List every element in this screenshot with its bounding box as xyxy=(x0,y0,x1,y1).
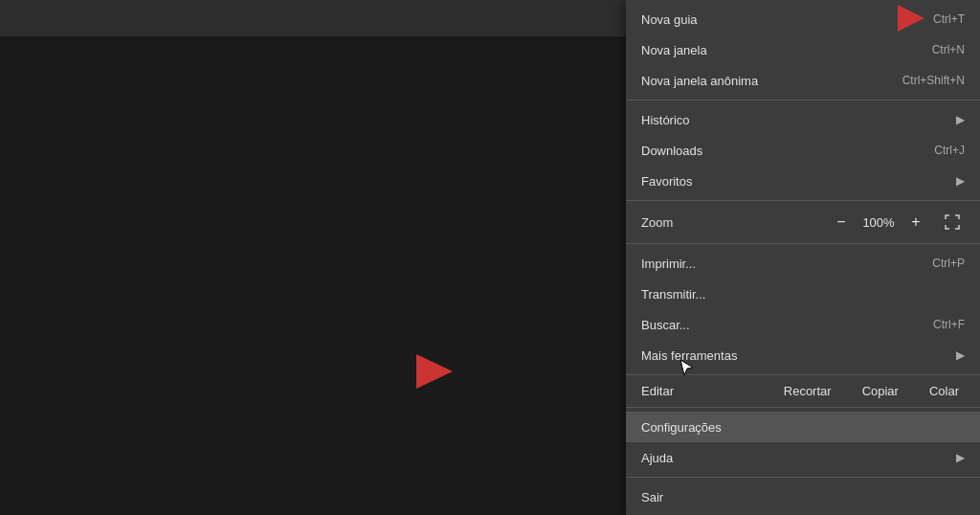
dropdown-menu: Nova guia Ctrl+T Nova janela Ctrl+N Nova… xyxy=(626,0,980,515)
menu-item-sair[interactable]: Sair xyxy=(626,481,980,512)
mais-ferramentas-arrow: ▶ xyxy=(956,348,965,362)
mais-ferramentas-label: Mais ferramentas xyxy=(641,348,737,363)
editar-label: Editar xyxy=(634,384,767,398)
arrow-top-indicator xyxy=(898,5,924,32)
favoritos-arrow: ▶ xyxy=(956,174,965,188)
copiar-button[interactable]: Copiar xyxy=(849,379,912,403)
menu-section-settings: Configurações Ajuda ▶ xyxy=(626,408,980,478)
nova-guia-label: Nova guia xyxy=(641,12,698,27)
menu-section-tools: Imprimir... Ctrl+P Transmitir... Buscar.… xyxy=(626,244,980,375)
zoom-value: 100% xyxy=(861,215,896,230)
menu-section-zoom: Zoom − 100% + xyxy=(626,201,980,244)
zoom-plus-button[interactable]: + xyxy=(903,210,928,235)
menu-item-nova-janela-anonima[interactable]: Nova janela anônima Ctrl+Shift+N xyxy=(626,65,980,96)
menu-item-buscar[interactable]: Buscar... Ctrl+F xyxy=(626,309,980,340)
transmitir-label: Transmitir... xyxy=(641,287,705,302)
buscar-shortcut: Ctrl+F xyxy=(933,318,965,331)
ajuda-arrow: ▶ xyxy=(956,451,965,464)
menu-section-new: Nova guia Ctrl+T Nova janela Ctrl+N Nova… xyxy=(626,0,980,101)
historico-arrow: ▶ xyxy=(956,113,965,126)
nova-janela-shortcut: Ctrl+N xyxy=(932,43,965,56)
menu-item-imprimir[interactable]: Imprimir... Ctrl+P xyxy=(626,248,980,279)
menu-section-history: Histórico ▶ Downloads Ctrl+J Favoritos ▶ xyxy=(626,101,980,201)
nova-janela-label: Nova janela xyxy=(641,43,707,57)
menu-item-favoritos[interactable]: Favoritos ▶ xyxy=(626,166,980,196)
sair-label: Sair xyxy=(641,490,663,504)
nova-janela-anonima-shortcut: Ctrl+Shift+N xyxy=(902,74,965,87)
menu-item-transmitir[interactable]: Transmitir... xyxy=(626,279,980,309)
menu-item-historico[interactable]: Histórico ▶ xyxy=(626,104,980,135)
zoom-label: Zoom xyxy=(641,215,829,230)
zoom-row: Zoom − 100% + xyxy=(626,205,980,239)
downloads-label: Downloads xyxy=(641,144,702,158)
menu-item-ajuda[interactable]: Ajuda ▶ xyxy=(626,442,980,473)
imprimir-label: Imprimir... xyxy=(641,257,696,271)
nova-guia-shortcut: Ctrl+T xyxy=(933,12,965,26)
menu-item-mais-ferramentas[interactable]: Mais ferramentas ▶ xyxy=(626,340,980,370)
downloads-shortcut: Ctrl+J xyxy=(934,144,965,157)
zoom-minus-button[interactable]: − xyxy=(829,210,854,235)
menu-item-nova-guia[interactable]: Nova guia Ctrl+T xyxy=(626,4,980,34)
zoom-controls: − 100% + xyxy=(829,210,965,235)
menu-section-exit: Sair xyxy=(626,478,980,515)
edit-row: Editar Recortar Copiar Colar xyxy=(626,375,980,408)
configuracoes-label: Configurações xyxy=(641,420,722,435)
favoritos-label: Favoritos xyxy=(641,174,692,189)
zoom-fullscreen-button[interactable] xyxy=(940,210,965,235)
menu-item-nova-janela[interactable]: Nova janela Ctrl+N xyxy=(626,34,980,65)
historico-label: Histórico xyxy=(641,113,690,127)
imprimir-shortcut: Ctrl+P xyxy=(932,257,965,270)
colar-button[interactable]: Colar xyxy=(916,379,972,403)
arrow-left-indicator xyxy=(416,354,453,389)
buscar-label: Buscar... xyxy=(641,318,690,332)
main-content-area xyxy=(0,36,498,515)
menu-item-downloads[interactable]: Downloads Ctrl+J xyxy=(626,135,980,166)
ajuda-label: Ajuda xyxy=(641,451,673,465)
menu-item-configuracoes[interactable]: Configurações xyxy=(626,412,980,442)
recortar-button[interactable]: Recortar xyxy=(770,379,845,403)
nova-janela-anonima-label: Nova janela anônima xyxy=(641,74,758,88)
